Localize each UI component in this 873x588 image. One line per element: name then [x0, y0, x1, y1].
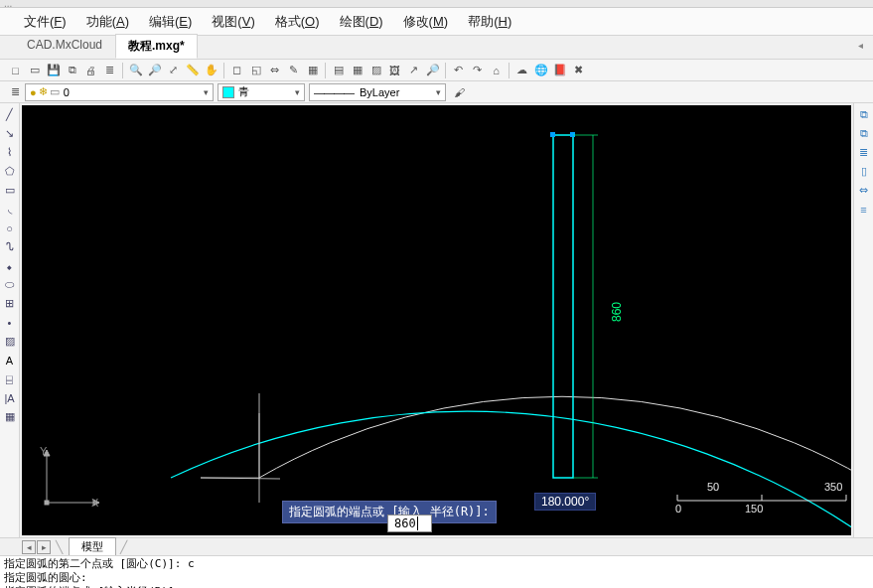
- dim-icon[interactable]: |A: [1, 389, 18, 406]
- hatch-icon[interactable]: ▨: [1, 333, 18, 350]
- zoom-ext-icon[interactable]: ⤢: [165, 62, 182, 78]
- spline-icon[interactable]: ᔐ: [1, 238, 18, 255]
- canvas-svg: [22, 105, 851, 535]
- export-icon[interactable]: ↗: [405, 62, 422, 78]
- ray-icon[interactable]: ↘: [1, 125, 18, 142]
- saveall-icon[interactable]: ⧉: [64, 62, 80, 78]
- lock-icon: ▭: [50, 85, 60, 98]
- globe-icon[interactable]: 🌐: [532, 62, 549, 78]
- standard-toolbar: □▭💾⧉🖨≣🔍🔎⤢📏✋◻◱⇔✎▦▤▦▨🖼↗🔎↶↷⌂☁🌐📕✖: [0, 60, 873, 81]
- measure-icon[interactable]: 📏: [184, 62, 201, 78]
- image-icon[interactable]: 🖼: [386, 62, 403, 78]
- layer-dropdown[interactable]: ● ❄ ▭ 0 ▾: [25, 83, 214, 101]
- layer-states-icon[interactable]: ≣: [7, 83, 24, 100]
- menu-item[interactable]: 视图(V): [202, 9, 264, 35]
- print-icon[interactable]: 🖨: [82, 62, 99, 78]
- paste-icon[interactable]: ⧉: [855, 125, 872, 142]
- lightbulb-icon: ●: [30, 86, 37, 98]
- menu-item[interactable]: 格式(O): [265, 9, 330, 35]
- scale-tick-350: 350: [824, 481, 842, 493]
- undo-icon[interactable]: ↶: [450, 62, 467, 78]
- rect-icon[interactable]: ▭: [1, 182, 18, 199]
- color-name: 青: [238, 84, 249, 99]
- mtext-icon[interactable]: ⌸: [1, 370, 18, 387]
- dynamic-input[interactable]: 860: [387, 514, 432, 532]
- find-icon[interactable]: 🔎: [424, 62, 441, 78]
- layout-prev-icon[interactable]: ◂: [22, 540, 36, 554]
- copy-icon[interactable]: ⧉: [855, 106, 872, 123]
- command-history: 指定圆弧的第二个点或 [圆心(C)]: c指定圆弧的圆心:指定圆弧的端点或 [输…: [0, 555, 873, 588]
- menu-item[interactable]: 帮助(H): [458, 9, 521, 35]
- menu-item[interactable]: 编辑(E): [139, 9, 202, 35]
- new-icon[interactable]: □: [7, 62, 24, 78]
- document-tab[interactable]: 教程.mxg*: [115, 34, 198, 59]
- exit-icon[interactable]: ✖: [570, 62, 587, 78]
- document-tab[interactable]: CAD.MxCloud: [14, 34, 115, 59]
- arc-icon[interactable]: ◟: [1, 201, 18, 218]
- drawing-canvas[interactable]: 860 180.000° 指定圆弧的端点或 [输入 半径(R)]: 860 Y …: [22, 105, 851, 535]
- toolbar-separator: [122, 63, 123, 78]
- properties-toolbar: ≣ ● ❄ ▭ 0 ▾ 青 ▾ ———— ByLayer ▾ 🖌: [0, 81, 873, 103]
- brush-icon[interactable]: 🖌: [451, 83, 468, 100]
- text-A-icon[interactable]: A: [1, 352, 18, 368]
- cloud-icon[interactable]: ☁: [513, 62, 530, 78]
- layers-icon[interactable]: ▦: [304, 62, 321, 78]
- linetype-name: ByLayer: [360, 86, 399, 98]
- angle-readout: 180.000°: [534, 493, 596, 511]
- circle-icon[interactable]: ○: [1, 220, 18, 236]
- ucs-x-label: X: [91, 497, 98, 509]
- svg-rect-14: [45, 501, 49, 505]
- command-line: 指定圆弧的圆心:: [4, 571, 869, 585]
- save-icon[interactable]: 💾: [45, 62, 62, 78]
- polygon-icon[interactable]: ⬠: [1, 163, 18, 180]
- point-icon[interactable]: •: [1, 314, 18, 331]
- color-dropdown[interactable]: 青 ▾: [218, 83, 305, 101]
- move-icon[interactable]: ⇔: [266, 62, 283, 78]
- mirror-icon[interactable]: ▯: [855, 163, 872, 180]
- zoom-in-icon[interactable]: 🔍: [127, 62, 144, 78]
- open-icon[interactable]: ▭: [26, 62, 43, 78]
- color-icon[interactable]: ▦: [349, 62, 365, 78]
- layout-tab-bar: ◂ ▸ ╲ 模型 ╱: [0, 537, 873, 555]
- zoom-dyn-icon[interactable]: ◱: [247, 62, 264, 78]
- scale-tick-0: 0: [675, 503, 681, 514]
- layers2-icon[interactable]: ▤: [330, 62, 347, 78]
- scale-tick-150: 150: [745, 503, 763, 514]
- toolbar-separator: [509, 63, 509, 78]
- stack-icon[interactable]: ≣: [855, 144, 872, 161]
- layout-next-icon[interactable]: ▸: [37, 540, 51, 554]
- line-icon[interactable]: ╱: [1, 106, 18, 123]
- menu-item[interactable]: 修改(M): [393, 9, 459, 35]
- pline-icon[interactable]: ⌇: [1, 144, 18, 161]
- linetype-dropdown[interactable]: ———— ByLayer ▾: [309, 83, 446, 101]
- table-icon[interactable]: ▦: [1, 408, 18, 425]
- vars-icon[interactable]: ≣: [101, 62, 118, 78]
- home-icon[interactable]: ⌂: [488, 62, 505, 78]
- ellipse-icon[interactable]: ⬥: [1, 257, 18, 274]
- pan-icon[interactable]: ✋: [203, 62, 219, 78]
- pdf-icon[interactable]: 📕: [551, 62, 568, 78]
- ellipsearc-icon[interactable]: ⬭: [1, 276, 18, 293]
- menu-item[interactable]: 功能(A): [76, 9, 139, 35]
- offset-icon[interactable]: ⇔: [855, 182, 872, 199]
- modify-toolbar: ⧉⧉≣▯⇔≡: [853, 103, 873, 537]
- command-line: 指定圆弧的第二个点或 [圆心(C)]: c: [4, 557, 869, 571]
- zoom-out-icon[interactable]: 🔎: [146, 62, 163, 78]
- pencil-icon[interactable]: ✎: [285, 62, 302, 78]
- layer-name: 0: [64, 86, 70, 98]
- zoom-window-icon[interactable]: ◻: [228, 62, 245, 78]
- document-tab-bar: CAD.MxCloud教程.mxg* ◂: [0, 36, 873, 60]
- tab-scroll-icon[interactable]: ◂: [858, 40, 863, 51]
- redo-icon[interactable]: ↷: [469, 62, 486, 78]
- block-icon[interactable]: ⊞: [1, 295, 18, 312]
- menu-item[interactable]: 文件(F): [14, 9, 76, 35]
- menu-item[interactable]: 绘图(D): [330, 9, 393, 35]
- hatch-icon[interactable]: ▨: [367, 62, 384, 78]
- title-hint: ...: [4, 0, 12, 9]
- svg-line-9: [201, 478, 280, 479]
- prop-icon[interactable]: ≡: [855, 201, 872, 218]
- draw-toolbar: ╱↘⌇⬠▭◟○ᔐ⬥⬭⊞•▨A⌸|A▦: [0, 103, 20, 537]
- model-tab[interactable]: 模型: [69, 537, 116, 556]
- ucs-y-label: Y: [40, 445, 47, 457]
- svg-rect-1: [550, 132, 555, 137]
